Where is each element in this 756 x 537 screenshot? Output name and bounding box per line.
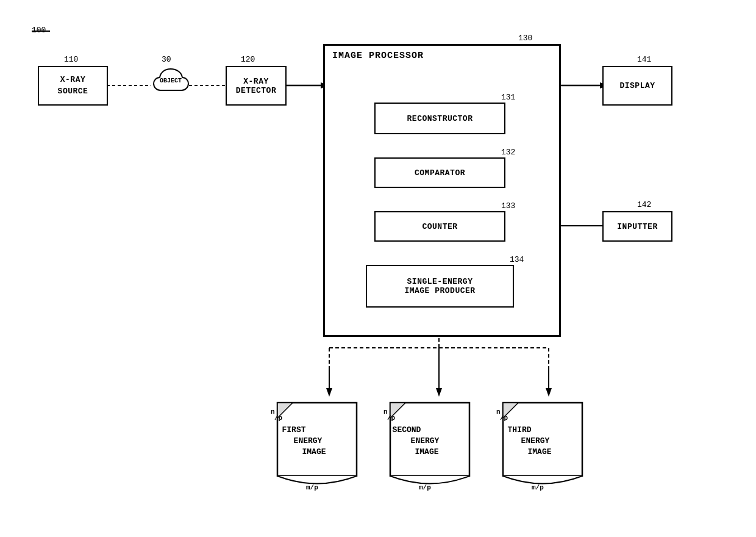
ref-133: 133 — [501, 201, 515, 211]
ref-141: 141 — [637, 55, 651, 64]
svg-text:OBJECT: OBJECT — [160, 77, 182, 84]
counter-label: COUNTER — [422, 222, 457, 231]
svg-text:THIRD: THIRD — [507, 425, 531, 434]
inputter-label: INPUTTER — [617, 222, 657, 231]
svg-text:m/p: m/p — [306, 484, 318, 491]
image-processor-label: IMAGE PROCESSOR — [332, 51, 424, 61]
svg-text:IMAGE: IMAGE — [415, 447, 438, 456]
xray-source-label: X-RAYSOURCE — [58, 74, 88, 96]
ref-130: 130 — [518, 34, 532, 43]
ref-134: 134 — [510, 255, 524, 264]
svg-text:/p: /p — [387, 414, 396, 422]
svg-text:IMAGE: IMAGE — [302, 447, 326, 456]
ref-131: 131 — [501, 93, 515, 102]
ref-30: 30 — [162, 55, 171, 64]
reconstructor-box: RECONSTRUCTOR — [374, 103, 505, 134]
first-energy-image-block: n /p m/p FIRST ENERGY IMAGE — [262, 397, 363, 491]
inputter-box: INPUTTER — [602, 211, 672, 242]
svg-text:SECOND: SECOND — [393, 425, 421, 434]
svg-text:IMAGE: IMAGE — [527, 447, 551, 456]
xray-detector-box: X-RAYDETECTOR — [226, 66, 287, 106]
comparator-label: COMPARATOR — [415, 168, 465, 178]
ref-120: 120 — [241, 55, 255, 64]
svg-text:m/p: m/p — [532, 484, 544, 491]
counter-box: COUNTER — [374, 211, 505, 242]
ref-110: 110 — [64, 55, 78, 64]
svg-text:ENERGY: ENERGY — [294, 436, 323, 445]
svg-marker-21 — [436, 388, 442, 397]
single-energy-box: SINGLE-ENERGYIMAGE PRODUCER — [366, 265, 514, 308]
single-energy-label: SINGLE-ENERGYIMAGE PRODUCER — [404, 277, 475, 295]
ref-132: 132 — [501, 148, 515, 157]
svg-marker-23 — [546, 388, 552, 397]
svg-text:ENERGY: ENERGY — [411, 436, 440, 445]
xray-detector-label: X-RAYDETECTOR — [236, 77, 276, 95]
ref-142: 142 — [637, 200, 651, 209]
svg-marker-19 — [326, 388, 332, 397]
svg-text:m/p: m/p — [419, 484, 431, 491]
object-cloud: OBJECT — [151, 64, 190, 107]
svg-text:/p: /p — [500, 414, 508, 422]
diagram: 100 X-RAYSOURCE 110 OBJECT 30 X-RAYDETEC… — [0, 0, 756, 537]
second-energy-image-block: n /p m/p SECOND ENERGY IMAGE — [375, 397, 476, 491]
third-energy-image-block: n /p m/p THIRD ENERGY IMAGE — [488, 397, 588, 491]
xray-source-box: X-RAYSOURCE — [38, 66, 108, 106]
display-box: DISPLAY — [602, 66, 672, 106]
svg-text:FIRST: FIRST — [282, 425, 305, 434]
comparator-box: COMPARATOR — [374, 157, 505, 188]
svg-text:ENERGY: ENERGY — [521, 436, 550, 445]
reconstructor-label: RECONSTRUCTOR — [407, 114, 473, 123]
display-label: DISPLAY — [619, 81, 655, 90]
svg-text:/p: /p — [274, 414, 283, 422]
